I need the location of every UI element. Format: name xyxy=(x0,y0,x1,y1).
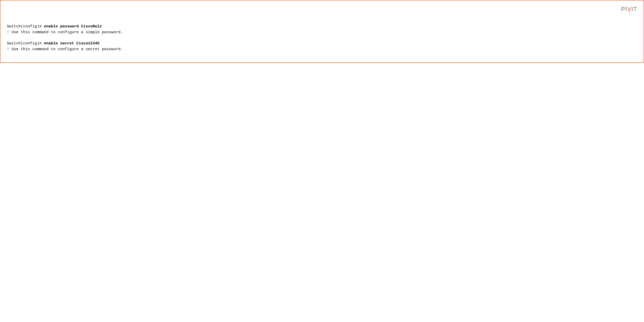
terminal-content: Switch(config)# enable password CiscoRul… xyxy=(7,23,637,52)
logo-letter-t: T xyxy=(633,5,637,12)
comment-line-1: ! Use this command to configure a simple… xyxy=(7,29,637,35)
logo-letter-v: V xyxy=(627,6,632,12)
comment-line-2: ! Use this command to configure a secret… xyxy=(7,46,637,52)
logo-letter-i2: I xyxy=(632,5,633,12)
prompt-1: Switch(config)# xyxy=(7,24,44,28)
command-block-1: Switch(config)# enable password CiscoRul… xyxy=(7,23,637,35)
pivit-logo: PIVIT xyxy=(621,5,637,12)
command-line-1: Switch(config)# enable password CiscoRul… xyxy=(7,23,637,29)
logo-letter-p: P xyxy=(621,5,625,12)
logo-letter-i1: I xyxy=(625,5,627,12)
logo-letter-v-wrap: V xyxy=(627,5,632,12)
prompt-2: Switch(config)# xyxy=(7,41,44,45)
logo-dot-icon xyxy=(629,12,630,13)
document-frame: PIVIT Switch(config)# enable password Ci… xyxy=(0,0,644,63)
command-1: enable password CiscoRulz xyxy=(44,24,102,28)
command-block-2: Switch(config)# enable secret Cisco12345… xyxy=(7,40,637,52)
command-2: enable secret Cisco12345 xyxy=(44,41,100,45)
command-line-2: Switch(config)# enable secret Cisco12345 xyxy=(7,40,637,46)
